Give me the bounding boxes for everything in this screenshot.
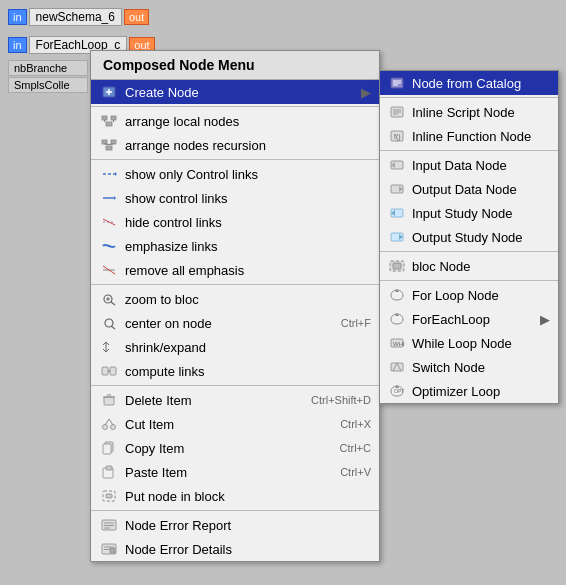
menu-item-compute-links[interactable]: compute links [91,359,379,383]
svg-rect-10 [106,146,112,150]
cut-icon [99,416,119,432]
copy-shortcut: Ctrl+C [340,442,371,454]
submenu-item-output-study[interactable]: Output Study Node [380,225,558,249]
output-data-icon [388,181,406,197]
emphasize-links-label: emphasize links [125,239,371,254]
context-menu: Composed Node Menu Create Node ▶ arrange… [90,50,380,562]
submenu-item-while-loop[interactable]: WHILE While Loop Node [380,331,558,355]
context-menu-title: Composed Node Menu [91,51,379,80]
switch-node-icon [388,359,406,375]
submenu-item-switch-node[interactable]: Switch Node [380,355,558,379]
inline-script-icon [388,104,406,120]
arrange-recursion-label: arrange nodes recursion [125,138,371,153]
arrange-local-label: arrange local nodes [125,114,371,129]
menu-item-delete[interactable]: Delete Item Ctrl+Shift+D [91,388,379,412]
delete-icon [99,392,119,408]
menu-item-show-control[interactable]: show control links [91,186,379,210]
put-in-block-icon [99,488,119,504]
menu-item-hide-control[interactable]: hide control links [91,210,379,234]
menu-item-shrink-expand[interactable]: shrink/expand [91,335,379,359]
menu-item-center-on-node[interactable]: center on node Ctrl+F [91,311,379,335]
center-on-node-label: center on node [125,316,333,331]
svg-point-19 [105,319,113,327]
node-from-catalog-label: Node from Catalog [412,76,550,91]
svg-rect-22 [102,367,108,375]
sub-item-smplscolle: SmplsColle [8,77,88,93]
menu-item-create-node[interactable]: Create Node ▶ [91,80,379,104]
inline-function-label: Inline Function Node [412,129,550,144]
svg-rect-33 [103,444,111,454]
svg-line-30 [105,419,109,425]
svg-text:f(): f() [394,133,401,141]
create-node-label: Create Node [125,85,361,100]
divider-3 [91,284,379,285]
svg-rect-8 [102,140,107,144]
menu-item-emphasize-links[interactable]: emphasize links [91,234,379,258]
menu-item-arrange-local[interactable]: arrange local nodes [91,109,379,133]
switch-node-label: Switch Node [412,360,550,375]
svg-marker-11 [115,172,117,176]
create-node-icon [99,84,119,100]
error-report-label: Node Error Report [125,518,371,533]
svg-rect-25 [104,397,114,405]
emphasize-links-icon [99,238,119,254]
submenu-divider-4 [380,280,558,281]
submenu-item-inline-script[interactable]: Inline Script Node [380,100,558,124]
error-report-icon [99,517,119,533]
divider-5 [91,510,379,511]
submenu-item-node-from-catalog[interactable]: Node from Catalog [380,71,558,95]
menu-item-put-in-block[interactable]: Put node in block [91,484,379,508]
hide-control-label: hide control links [125,215,371,230]
submenu-divider-2 [380,150,558,151]
bloc-node-icon [388,258,406,274]
menu-item-remove-emphasis[interactable]: remove all emphasis [91,258,379,282]
menu-item-show-only-control[interactable]: show only Control links [91,162,379,186]
menu-item-error-details[interactable]: Node Error Details [91,537,379,561]
shrink-expand-icon [99,339,119,355]
hide-control-icon [99,214,119,230]
svg-point-28 [103,425,108,430]
divider-4 [91,385,379,386]
node-from-catalog-icon [388,75,406,91]
submenu-item-inline-function[interactable]: f() Inline Function Node [380,124,558,148]
cut-shortcut: Ctrl+X [340,418,371,430]
center-on-node-icon [99,315,119,331]
submenu-item-optimizer-loop[interactable]: OPT Optimizer Loop [380,379,558,403]
menu-item-error-report[interactable]: Node Error Report [91,513,379,537]
show-only-control-icon [99,166,119,182]
svg-rect-37 [106,494,112,498]
foreach-loop-arrow: ▶ [540,312,550,327]
delete-shortcut: Ctrl+Shift+D [311,394,371,406]
svg-rect-9 [111,140,116,144]
submenu-divider-1 [380,97,558,98]
show-only-control-label: show only Control links [125,167,371,182]
schema-bar: in newSchema_6 out [8,8,149,26]
menu-item-paste[interactable]: Paste Item Ctrl+V [91,460,379,484]
submenu-item-bloc-node[interactable]: bloc Node [380,254,558,278]
svg-line-20 [111,326,115,329]
submenu-item-output-data[interactable]: Output Data Node [380,177,558,201]
menu-item-copy[interactable]: Copy Item Ctrl+C [91,436,379,460]
submenu-item-input-study[interactable]: Input Study Node [380,201,558,225]
sub-items: nbBranche SmplsColle [8,60,88,93]
delete-label: Delete Item [125,393,303,408]
divider-2 [91,159,379,160]
show-control-label: show control links [125,191,371,206]
inline-script-label: Inline Script Node [412,105,550,120]
svg-rect-35 [106,466,112,470]
while-loop-icon: WHILE [388,335,406,351]
submenu-item-for-loop[interactable]: For Loop Node [380,283,558,307]
optimizer-loop-label: Optimizer Loop [412,384,550,399]
menu-item-cut[interactable]: Cut Item Ctrl+X [91,412,379,436]
submenu-item-foreach-loop[interactable]: ForEachLoop ▶ [380,307,558,331]
menu-item-arrange-recursion[interactable]: arrange nodes recursion [91,133,379,157]
menu-item-zoom-to-bloc[interactable]: zoom to bloc [91,287,379,311]
svg-rect-65 [393,263,401,269]
svg-rect-45 [110,548,115,553]
submenu-item-input-data[interactable]: Input Data Node [380,153,558,177]
sub-item-nbbranche: nbBranche [8,60,88,76]
svg-rect-70 [391,363,403,371]
create-node-arrow: ▶ [361,85,371,100]
shrink-expand-label: shrink/expand [125,340,371,355]
bloc-node-label: bloc Node [412,259,550,274]
